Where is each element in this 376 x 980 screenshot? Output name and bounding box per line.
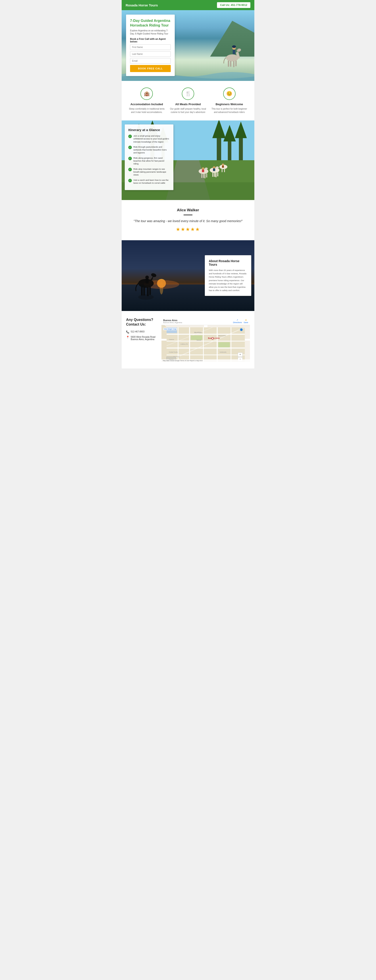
map-container[interactable]: Buenos Aires Buenos Aires, Argentina ↗ D…	[161, 318, 250, 362]
svg-rect-7	[233, 61, 234, 67]
first-name-input[interactable]	[130, 45, 171, 50]
svg-rect-55	[143, 287, 145, 296]
svg-rect-43	[224, 169, 225, 172]
svg-text:CABALLITO: CABALLITO	[180, 343, 188, 345]
svg-rect-36	[214, 173, 215, 177]
contact-section: Any Questions? Contact Us: 📞 512-467-890…	[122, 311, 254, 368]
map-footer: Map data ©2018 Google Terms of Use Repor…	[161, 360, 250, 362]
book-free-call-button[interactable]: BOOK FREE CALL	[130, 65, 171, 72]
feature-meals-title: All Meals Provided	[170, 103, 207, 106]
testimonial-divider	[183, 215, 193, 215]
map-header: Buenos Aires Buenos Aires, Argentina ↗ D…	[161, 318, 250, 325]
contact-map: Buenos Aires Buenos Aires, Argentina ↗ D…	[161, 318, 250, 362]
feature-meals-desc: Our guide staff prepare healthy, local c…	[170, 107, 207, 114]
accommodation-icon: 🏨	[140, 88, 153, 100]
itinerary-item-1: ✓ Join a small group and enjoy unfettere…	[128, 134, 170, 143]
about-text: With more than 20 years of experience an…	[209, 269, 247, 292]
map-view-larger-link[interactable]: View larger map	[163, 328, 177, 330]
svg-rect-29	[204, 174, 206, 178]
svg-rect-76	[218, 342, 230, 347]
hero-section: 7-Day Guided Argentina Horseback Riding …	[122, 10, 254, 81]
check-icon-2: ✓	[128, 146, 132, 149]
hero-subtitle: Explore Argentina on an exhilarating 7-D…	[130, 29, 171, 35]
svg-point-2	[226, 54, 239, 62]
map-svg: PALERMO Caseros CABALLITO Buenos Aires C…	[161, 327, 250, 362]
svg-rect-40	[213, 169, 215, 171]
contact-title: Any Questions? Contact Us:	[126, 318, 157, 327]
svg-rect-59	[145, 279, 149, 283]
last-name-input[interactable]	[130, 51, 171, 57]
itinerary-item-5: ✓ Visit a ranch and learn how to use the…	[128, 178, 170, 185]
svg-rect-35	[212, 172, 213, 177]
svg-point-88	[212, 338, 213, 339]
svg-point-9	[232, 45, 236, 48]
svg-rect-45	[222, 165, 224, 168]
svg-text:+: +	[239, 353, 241, 356]
svg-text:Sarandí: Sarandí	[196, 339, 201, 341]
hero-title: 7-Day Guided Argentina Horseback Riding …	[130, 19, 171, 28]
testimonial-quote: "The tour was amazing - we loved every m…	[128, 219, 248, 223]
feature-accommodation-desc: Sleep comfortably in traditional tents a…	[128, 107, 165, 114]
map-directions-btn[interactable]: ↗ Directions	[233, 319, 242, 324]
map-save-btn[interactable]: ★ Save	[244, 319, 248, 324]
svg-text:Buenos Aires: Buenos Aires	[208, 337, 220, 339]
svg-point-44	[222, 164, 224, 166]
svg-text:👤: 👤	[241, 329, 243, 331]
svg-rect-1	[233, 50, 235, 54]
svg-rect-42	[221, 169, 223, 172]
svg-rect-5	[228, 60, 229, 67]
meals-icon: 🍴	[182, 88, 194, 100]
testimonial-stars: ★★★★★	[128, 226, 248, 232]
itinerary-item-3: ✓ Ride along gorgeous, firm sand beaches…	[128, 156, 170, 165]
svg-rect-32	[202, 170, 204, 172]
location-icon: 📍	[126, 336, 129, 339]
svg-rect-57	[149, 287, 151, 295]
form-label: Book a Free Call with an Agent below:	[130, 38, 171, 43]
contact-address: 📍 5600 West Rosada Road Buenos Aires, Ar…	[126, 336, 157, 340]
testimonial-name: Alice Walker	[128, 208, 248, 212]
svg-text:Caseros: Caseros	[169, 339, 174, 340]
itinerary-item-2: ✓ Ride through pasturelands and wetlands…	[128, 145, 170, 154]
svg-rect-61	[141, 290, 143, 295]
svg-rect-37	[215, 173, 217, 177]
call-button[interactable]: Call Us: 451-778-9012	[217, 2, 250, 8]
feature-accommodation-title: Accomodation Included	[128, 103, 165, 106]
check-icon-4: ✓	[128, 168, 132, 171]
itinerary-title: Itinerary at a Glance	[128, 128, 170, 132]
svg-rect-62	[147, 290, 149, 295]
check-icon-1: ✓	[128, 135, 132, 138]
svg-text:Avellaneda: Avellaneda	[220, 351, 226, 353]
svg-point-58	[145, 275, 149, 279]
itinerary-item-4: ✓ Ride atop mountain ranges to see breat…	[128, 167, 170, 177]
feature-beginners-desc: This tour is perfect for both beginner a…	[211, 107, 248, 114]
feature-meals: 🍴 All Meals Provided Our guide staff pre…	[167, 88, 209, 114]
feature-beginners: 😊 Beginners Welcome This tour is perfect…	[209, 88, 250, 114]
contact-info: Any Questions? Contact Us: 📞 512-467-890…	[126, 318, 157, 343]
itinerary-box: Itinerary at a Glance ✓ Join a small gro…	[125, 124, 174, 190]
site-header: Rosada Horse Tours Call Us: 451-778-9012	[122, 0, 254, 10]
check-icon-5: ✓	[128, 179, 132, 182]
about-section: About Rosada Horse Tours With more than …	[122, 240, 254, 311]
phone-icon: 📞	[126, 331, 129, 334]
features-section: 🏨 Accomodation Included Sleep comfortabl…	[122, 81, 254, 121]
contact-phone: 📞 512-467-8903	[126, 331, 157, 334]
hero-form-box: 7-Day Guided Argentina Horseback Riding …	[126, 14, 175, 76]
svg-point-60	[138, 294, 154, 300]
directions-arrow-icon: ↗	[236, 319, 238, 321]
email-input[interactable]	[130, 58, 171, 64]
map-body: PALERMO Caseros CABALLITO Buenos Aires C…	[161, 327, 250, 362]
about-title: About Rosada Horse Tours	[209, 259, 247, 266]
svg-text:PALERMO: PALERMO	[194, 331, 202, 334]
testimonial-section: Alice Walker "The tour was amazing - we …	[122, 200, 254, 240]
itinerary-section: Itinerary at a Glance ✓ Join a small gro…	[122, 121, 254, 200]
svg-rect-8	[235, 60, 237, 66]
site-logo: Rosada Horse Tours	[126, 3, 158, 7]
svg-text:RECOLETA: RECOLETA	[218, 335, 226, 336]
svg-rect-38	[217, 172, 218, 177]
check-icon-3: ✓	[128, 157, 132, 160]
feature-accommodation: 🏨 Accomodation Included Sleep comfortabl…	[126, 88, 167, 114]
svg-text:Ciudad Oculta: Ciudad Oculta	[169, 351, 178, 353]
svg-rect-28	[203, 174, 204, 178]
svg-rect-30	[206, 173, 207, 178]
map-star-icon: ★	[245, 319, 247, 321]
